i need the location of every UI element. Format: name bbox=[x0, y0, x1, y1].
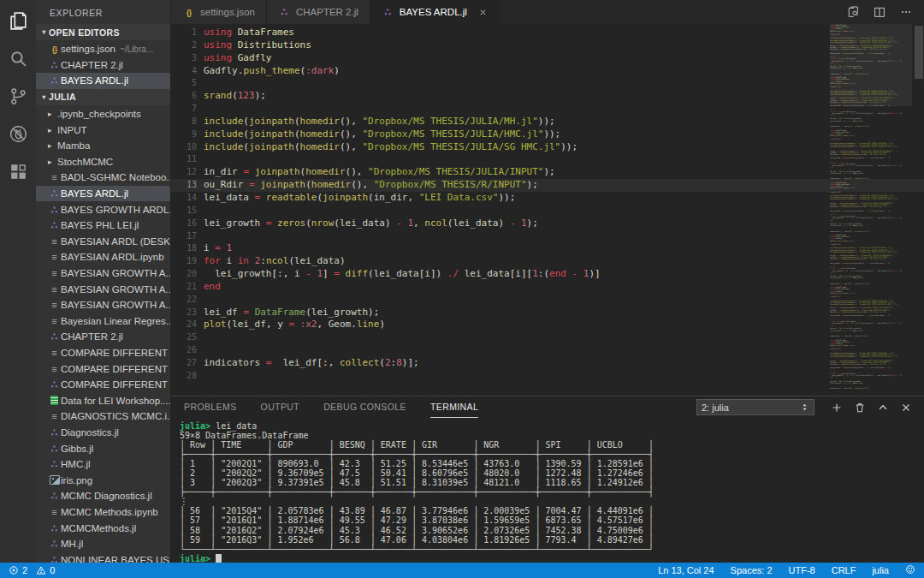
folder-item[interactable]: ▸Mamba bbox=[36, 138, 170, 154]
activity-search[interactable] bbox=[6, 46, 30, 70]
file-item[interactable]: ∴MH.jl bbox=[36, 536, 170, 552]
activity-debug[interactable] bbox=[6, 122, 30, 146]
status-language-mode[interactable]: julia bbox=[872, 565, 889, 575]
file-item[interactable]: ≡BAYESIAN GROWTH A... bbox=[36, 297, 170, 313]
code-line[interactable]: 3using Gadfly bbox=[171, 52, 924, 65]
activity-explorer[interactable] bbox=[6, 9, 30, 33]
file-item[interactable]: ∴BAYES PHL LEI.jl bbox=[36, 217, 170, 234]
code-line[interactable]: 10include(joinpath(homedir(), "Dropbox/M… bbox=[171, 141, 924, 154]
file-item[interactable]: ∴HMC.jl bbox=[36, 456, 170, 473]
status-encoding[interactable]: UTF-8 bbox=[789, 565, 815, 575]
tab-settings-json[interactable]: {}settings.json bbox=[171, 0, 267, 24]
terminal-picker[interactable]: 2: julia bbox=[696, 399, 814, 415]
close-icon[interactable] bbox=[478, 8, 488, 17]
code-line[interactable]: 25 bbox=[171, 331, 924, 344]
folder-item[interactable]: ▸INPUT bbox=[36, 122, 170, 138]
folder-item[interactable]: ▸.ipynb_checkpoints bbox=[36, 106, 170, 122]
file-item[interactable]: ≡COMPARE DIFFERENT ... bbox=[36, 361, 170, 377]
file-item[interactable]: iris.png bbox=[36, 472, 170, 488]
code-line[interactable]: 18i = 1 bbox=[171, 242, 924, 255]
file-item[interactable]: ≡BAYESIAN GROWTH A... bbox=[36, 265, 170, 282]
activity-source-control[interactable] bbox=[6, 84, 30, 108]
terminal-output[interactable]: julia> lei_data59×8 DataFrames.DataFrame… bbox=[171, 418, 924, 563]
status-eol[interactable]: CRLF bbox=[832, 565, 856, 575]
code-line[interactable]: 21end bbox=[171, 281, 924, 294]
panel-tab-debug-console[interactable]: DEBUG CONSOLE bbox=[323, 396, 406, 418]
status-cursor-position[interactable]: Ln 13, Col 24 bbox=[658, 565, 714, 575]
code-line[interactable]: 24plot(lei_df, y = :x2, Geom.line) bbox=[171, 319, 924, 331]
open-editors-header[interactable]: ▾ OPEN EDITORS bbox=[36, 24, 170, 40]
open-editor-item[interactable]: ∴BAYES ARDL.jl bbox=[36, 73, 170, 89]
folder-item[interactable]: ▸StochMCMC bbox=[36, 154, 170, 170]
editor-scrollbar[interactable] bbox=[915, 26, 923, 79]
close-panel-button[interactable] bbox=[900, 402, 912, 414]
file-item[interactable]: ≡BAYESIAN ARDL (DESK... bbox=[36, 234, 170, 250]
maximize-panel-button[interactable] bbox=[877, 402, 889, 414]
split-editor-button[interactable] bbox=[873, 5, 886, 19]
tab-bayes-ardl-jl[interactable]: ∴BAYES ARDL.jl bbox=[370, 0, 500, 24]
code-line[interactable]: 14lei_data = readtable(joinpath(in_dir, … bbox=[171, 192, 924, 205]
file-item[interactable]: ∴CHAPTER 2.jl bbox=[36, 329, 170, 345]
file-item[interactable]: ∴BAYES ARDL.jl bbox=[36, 186, 170, 202]
code-line[interactable]: 5 bbox=[171, 77, 924, 90]
file-item[interactable]: ≡DIAGNOSTICS MCMC.i... bbox=[36, 408, 170, 425]
code-line[interactable]: 22 bbox=[171, 294, 924, 307]
code-line[interactable]: 13ou_Rdir = joinpath(homedir(), "Dropbox… bbox=[171, 179, 924, 192]
feedback-smiley-button[interactable] bbox=[905, 564, 915, 576]
code-line[interactable]: 26 bbox=[171, 344, 924, 357]
code-line[interactable]: 17 bbox=[171, 230, 924, 243]
code-line[interactable]: 27indicators = lei_df[:, collect(2:8)]; bbox=[171, 357, 924, 370]
code-line[interactable]: 2using Distributions bbox=[171, 39, 924, 52]
code-line[interactable]: 20 lei_growth[:, i - 1] = diff(lei_data[… bbox=[171, 268, 924, 281]
panel-tab-terminal[interactable]: TERMINAL bbox=[430, 396, 478, 418]
code-line[interactable]: 9include(joinpath(homedir(), "Dropbox/MS… bbox=[171, 128, 924, 141]
code-line[interactable]: 23lei_df = DataFrame(lei_growth); bbox=[171, 307, 924, 319]
file-item[interactable]: ∴COMPARE DIFFERENT ... bbox=[36, 377, 170, 393]
code-line[interactable]: 12in_dir = joinpath(homedir(), "Dropbox/… bbox=[171, 166, 924, 179]
file-item[interactable]: ≡BADL-SGHMC Noteboo... bbox=[36, 170, 170, 186]
file-item[interactable]: ∴MCMCMethods.jl bbox=[36, 520, 170, 536]
file-item[interactable]: ∴Diagnostics.jl bbox=[36, 425, 170, 441]
status-warnings[interactable]: 0 bbox=[36, 565, 55, 575]
new-terminal-button[interactable] bbox=[831, 402, 843, 414]
line-number: 24 bbox=[171, 319, 197, 331]
file-item[interactable]: ∴Gibbs.jl bbox=[36, 440, 170, 456]
file-item[interactable]: Data for LEI Workshop.... bbox=[36, 392, 170, 408]
activity-extensions[interactable] bbox=[6, 159, 30, 183]
panel-tab-output[interactable]: OUTPUT bbox=[261, 396, 300, 418]
code-line[interactable]: 4Gadfly.push_theme(:dark) bbox=[171, 65, 924, 78]
julia-file-icon: ∴ bbox=[48, 458, 61, 470]
status-indentation[interactable]: Spaces: 2 bbox=[731, 565, 773, 575]
code-line[interactable]: 15 bbox=[171, 205, 924, 217]
terminal-line: ├─────┼──────────┼───────────┼───────┼──… bbox=[180, 450, 924, 459]
file-item[interactable]: ≡COMPARE DIFFERENT ... bbox=[36, 345, 170, 361]
file-item[interactable]: ≡BAYESIAN GROWTH A... bbox=[36, 281, 170, 297]
kill-terminal-button[interactable] bbox=[854, 402, 866, 414]
code-line[interactable]: 11 bbox=[171, 153, 924, 166]
more-actions-button[interactable] bbox=[899, 5, 913, 19]
file-item[interactable]: ≡Bayesian Linear Regres... bbox=[36, 313, 170, 330]
code-line[interactable]: 28 bbox=[171, 370, 924, 383]
file-item[interactable]: ∴BAYES GROWTH ARDL... bbox=[36, 201, 170, 217]
panel-tab-problems[interactable]: PROBLEMS bbox=[184, 396, 237, 418]
folder-header[interactable]: ▾ JULIA bbox=[36, 89, 170, 105]
open-preview-button[interactable] bbox=[846, 5, 860, 19]
file-item[interactable]: ∴MCMC Diagnostics.jl bbox=[36, 488, 170, 504]
code-line[interactable]: 8include(joinpath(homedir(), "Dropbox/MS… bbox=[171, 116, 924, 128]
code-editor[interactable]: 1using DataFrames2using Distributions3us… bbox=[171, 24, 924, 396]
open-editor-item[interactable]: {}settings.json~/Libra... bbox=[36, 41, 170, 57]
code-line[interactable]: 7 bbox=[171, 103, 924, 116]
status-errors[interactable]: 2 bbox=[9, 565, 27, 575]
tab-chapter-2-jl[interactable]: ∴CHAPTER 2.jl bbox=[267, 0, 370, 24]
code-line[interactable]: 19for i in 2:ncol(lei_data) bbox=[171, 255, 924, 268]
open-editor-item[interactable]: ∴CHAPTER 2.jl bbox=[36, 57, 170, 74]
code-line[interactable]: 16lei_growth = zeros(nrow(lei_data) - 1,… bbox=[171, 217, 924, 230]
minimap[interactable]: using DataFramesusing Distributionsusing… bbox=[830, 24, 912, 396]
file-item[interactable]: ∴NONLINEAR BAYES US... bbox=[36, 551, 170, 563]
code-line[interactable]: 1using DataFrames bbox=[171, 27, 924, 39]
code-line[interactable]: 6srand(123); bbox=[171, 90, 924, 103]
file-item[interactable]: ≡BAYESIAN ARDL.ipynb bbox=[36, 249, 170, 265]
file-item[interactable]: ≡MCMC Methods.ipynb bbox=[36, 504, 170, 521]
julia-file-icon: ∴ bbox=[48, 74, 61, 86]
errors-count: 2 bbox=[22, 565, 27, 575]
